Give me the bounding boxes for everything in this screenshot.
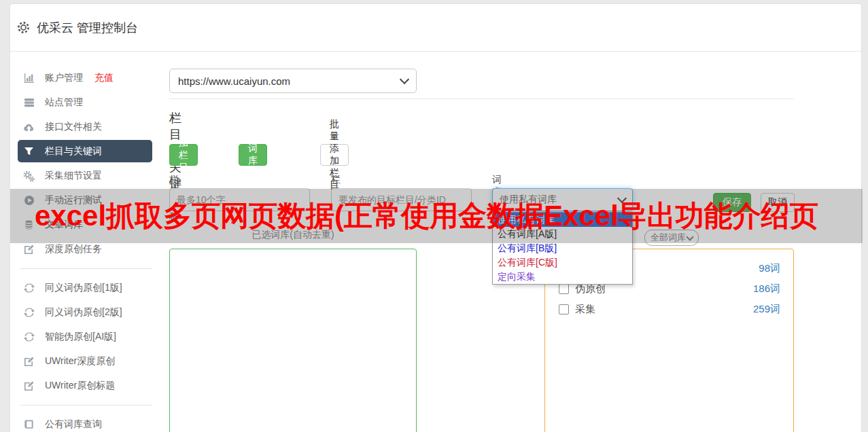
lexicon-version-dropdown: 使用私有词库 公有词库[A版] 公有词库[B版] 公有词库[C版] 定向采集 [492, 212, 633, 285]
sidebar-item-label: 账户管理 [45, 72, 83, 84]
sidebar-item-label: 智能伪原创[AI版] [45, 331, 116, 343]
sidebar-item-label: 手动运行测试 [45, 194, 102, 206]
checkbox[interactable] [559, 284, 569, 294]
sidebar-item-label: UWriter深度原创 [45, 355, 115, 367]
app-title: 优采云 管理控制台 [37, 20, 138, 36]
gear-icon [17, 21, 30, 34]
lexicon-row-label: 采集 [575, 303, 595, 316]
sidebar-item[interactable]: UWriter深度原创 [18, 349, 152, 374]
dropdown-option[interactable]: 公有词库[A版] [493, 227, 632, 241]
cancel-button[interactable]: 取消 [761, 193, 795, 212]
refresh-icon [23, 283, 35, 294]
checkbox[interactable] [559, 304, 569, 314]
sidebar-item-label: 文章词库 [45, 219, 83, 231]
chosen-lexicon-label: 已选词库(自动去重) [169, 229, 417, 241]
dropdown-option[interactable]: 使用私有词库 [493, 213, 632, 227]
funnel-icon [23, 145, 35, 157]
add-column-button[interactable]: 添加栏目 + [169, 144, 198, 166]
database-icon [23, 219, 35, 231]
sidebar-divider [20, 405, 152, 406]
site-select-value: https://www.ucaiyun.com [178, 75, 290, 87]
sidebar-item-label: 采集细节设置 [45, 170, 102, 182]
sidebar-divider [20, 268, 152, 269]
sidebar-item[interactable]: 栏目与关键词 [18, 140, 152, 162]
refresh-icon [23, 331, 35, 343]
lexicon-row-count: 259词 [753, 303, 780, 316]
chevron-down-icon [400, 75, 409, 84]
sidebar-item-label: 接口文件相关 [45, 121, 102, 133]
dropdown-option[interactable]: 公有词库[C版] [493, 255, 632, 270]
chevron-down-icon [686, 233, 693, 240]
column-name-input[interactable] [169, 188, 310, 211]
sidebar-item[interactable]: 文章词库 [18, 213, 152, 237]
sidebar-item[interactable]: 同义词伪原创[1版] [18, 276, 152, 300]
site-select[interactable]: https://www.ucaiyun.com [169, 69, 417, 93]
sidebar-item-label: 同义词伪原创[2版] [45, 306, 122, 319]
refresh-icon [23, 307, 35, 319]
bar-chart-icon [23, 73, 35, 84]
chevron-down-icon [617, 194, 627, 203]
lexicon-version-select[interactable]: 使用私有词库 [492, 188, 633, 211]
sidebar-item[interactable]: 接口文件相关 [18, 115, 152, 139]
sidebar-item[interactable]: 账户管理 充值 [18, 66, 152, 90]
server-icon [23, 97, 35, 109]
dropdown-option[interactable]: 公有词库[B版] [493, 241, 632, 255]
chosen-lexicon-box[interactable] [169, 249, 417, 432]
column-id-input[interactable] [331, 188, 472, 211]
divider [169, 98, 794, 99]
batch-add-button[interactable]: 批量添加栏目 [320, 144, 349, 166]
sidebar-item[interactable]: 深度原创任务 [18, 237, 152, 262]
sidebar-item-label: 公有词库查询 [45, 418, 102, 431]
sidebar: 账户管理 充值 站点管理 接口文件相关 栏目与关键词 [10, 52, 161, 432]
sidebar-item[interactable]: 同义词伪原创[2版] [18, 300, 152, 325]
edit-icon [23, 244, 35, 255]
sidebar-item-label: 深度原创任务 [45, 243, 102, 255]
edit-icon [23, 356, 35, 367]
lexicon-filter-select[interactable]: 全部词库 [644, 230, 699, 246]
dropdown-option[interactable]: 定向采集 [493, 270, 632, 284]
sidebar-item-label: 同义词伪原创[1版] [45, 282, 122, 294]
recharge-link[interactable]: 充值 [94, 72, 114, 84]
lexicon-row-count: 186词 [753, 283, 780, 295]
app-header: 优采云 管理控制台 [10, 4, 861, 52]
sidebar-item[interactable]: 手动运行测试 [18, 188, 152, 213]
book-icon [23, 419, 35, 431]
sidebar-item[interactable]: 站点管理 [18, 90, 152, 115]
sidebar-item-label: UWriter原创标题 [45, 380, 115, 392]
sidebar-item[interactable]: 智能伪原创[AI版] [18, 325, 152, 349]
lexicon-row-count: 98词 [759, 262, 780, 275]
lexicon-filter-value: 全部词库 [650, 232, 686, 244]
sidebar-item[interactable]: 采集细节设置 [18, 164, 152, 188]
sidebar-item[interactable]: 公有词库查询 [18, 412, 152, 432]
app-window: 优采云 管理控制台 账户管理 充值 站点管理 接口文件相关 [10, 3, 862, 432]
gears-icon [23, 170, 35, 182]
edit-icon [23, 380, 35, 392]
lexicon-row: 采集 259词 [559, 299, 780, 319]
play-icon [23, 195, 35, 206]
sidebar-item-label: 站点管理 [45, 96, 83, 109]
private-lexicon-button[interactable]: 私有词库管理 [239, 144, 267, 166]
cloud-upload-icon [23, 122, 35, 133]
save-button[interactable]: 保存 [713, 193, 751, 212]
lexicon-version-value: 使用私有词库 [500, 194, 557, 206]
sidebar-item[interactable]: UWriter原创标题 [18, 374, 152, 398]
sidebar-item-label: 栏目与关键词 [45, 145, 102, 158]
